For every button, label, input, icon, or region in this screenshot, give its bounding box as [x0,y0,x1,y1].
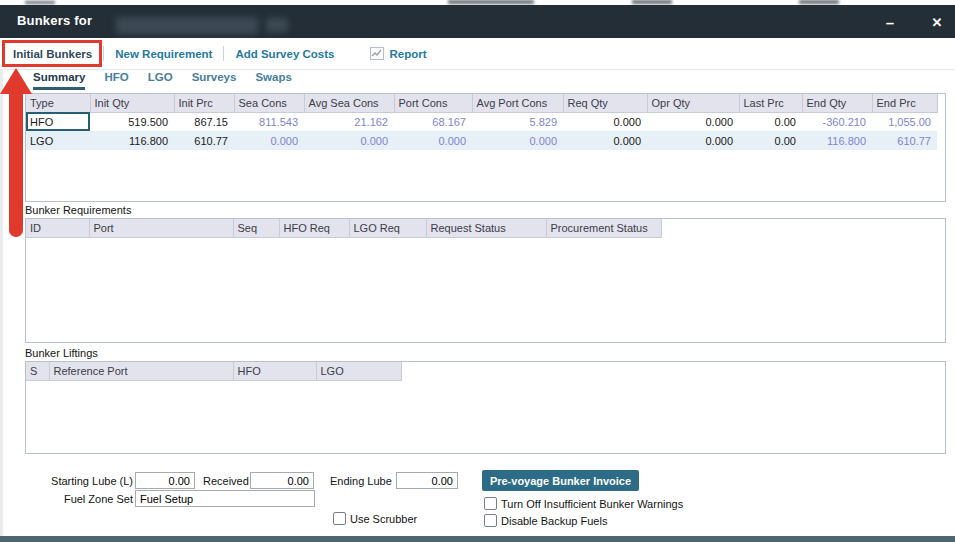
fuel-zone-set-input[interactable] [135,490,315,507]
disable-backup-fuels-checkbox[interactable] [484,514,497,527]
line-chart-icon [370,47,384,60]
blurred-background-text [25,1,55,4]
bunkers-dialog: Bunkers for – ✕ Initial Bunkers New Requ… [0,0,955,542]
cell-port-cons[interactable]: 0.000 [394,131,472,150]
dialog-title: Bunkers for [17,13,92,28]
col-header-procurement-status: Procurement Status [546,219,661,237]
pre-voyage-bunker-invoice-button[interactable]: Pre-voyage Bunker Invoice [482,470,639,491]
add-survey-costs-button[interactable]: Add Survey Costs [235,48,334,60]
annotation-arrow-icon [0,68,32,94]
cell-end-qty[interactable]: -360.210 [802,112,872,131]
cell-init-qty[interactable]: 519.500 [90,112,174,131]
summary-grid-panel: Type Init Qty Init Prc Sea Cons Avg Sea … [25,93,946,202]
blurred-background-text [632,0,672,4]
col-header-hfo-req: HFO Req [279,219,349,237]
col-header-sea-cons: Sea Cons [234,94,304,112]
col-header-avg-port-cons: Avg Port Cons [472,94,563,112]
cell-avg-port-cons[interactable]: 5.829 [472,112,563,131]
cell-avg-sea-cons[interactable]: 21.162 [304,112,394,131]
cell-avg-sea-cons[interactable]: 0.000 [304,131,394,150]
toolbar-separator [103,46,104,61]
cell-opr-qty[interactable]: 0.000 [647,112,739,131]
report-button[interactable]: Report [370,47,426,60]
bunker-liftings-panel: S Reference Port HFO LGO [25,361,946,454]
cell-type-selected[interactable]: HFO [26,112,90,131]
disable-backup-fuels-label: Disable Backup Fuels [501,515,607,527]
cell-avg-port-cons[interactable]: 0.000 [472,131,563,150]
col-header-port: Port [89,219,233,237]
redacted-vessel-name [116,17,258,34]
annotation-arrow-shaft [9,92,23,237]
bunker-requirements-grid: ID Port Seq HFO Req LGO Req Request Stat… [26,219,662,238]
dialog-bottom-edge [0,536,955,542]
turn-off-warnings-checkbox[interactable] [484,497,497,510]
close-icon[interactable]: ✕ [925,12,949,34]
col-header-last-prc: Last Prc [739,94,802,112]
col-header-id: ID [26,219,89,237]
tab-lgo[interactable]: LGO [148,71,173,90]
cell-opr-qty[interactable]: 0.000 [647,131,739,150]
underlying-window-left-edge [0,38,3,536]
cell-type[interactable]: LGO [26,131,90,150]
cell-init-qty[interactable]: 116.800 [90,131,174,150]
starting-lube-label: Starting Lube (L) [30,475,133,487]
use-scrubber-label: Use Scrubber [350,513,417,525]
tab-summary[interactable]: Summary [33,71,85,90]
col-header-opr-qty: Opr Qty [647,94,739,112]
ending-lube-label: Ending Lube [330,475,392,487]
cell-last-prc[interactable]: 0.00 [739,112,802,131]
summary-row-lgo: LGO 116.800 610.77 0.000 0.000 0.000 0.0… [26,131,937,150]
tab-hfo[interactable]: HFO [104,71,128,90]
received-input[interactable] [250,472,314,489]
col-header-end-prc: End Prc [872,94,937,112]
col-header-request-status: Request Status [426,219,546,237]
col-header-init-qty: Init Qty [90,94,174,112]
blurred-background-text [448,0,534,4]
starting-lube-input[interactable] [135,472,195,489]
new-requirement-button[interactable]: New Requirement [115,48,212,60]
turn-off-warnings-label: Turn Off Insufficient Bunker Warnings [501,498,683,510]
cell-init-prc[interactable]: 867.15 [174,112,234,131]
col-header-lgo: LGO [316,362,401,380]
tab-swaps[interactable]: Swaps [255,71,291,90]
ending-lube-input[interactable] [396,472,458,489]
cell-end-prc[interactable]: 610.77 [872,131,937,150]
cell-req-qty[interactable]: 0.000 [563,112,647,131]
cell-req-qty[interactable]: 0.000 [563,131,647,150]
col-header-s: S [26,362,49,380]
summary-grid: Type Init Qty Init Prc Sea Cons Avg Sea … [26,94,938,150]
col-header-req-qty: Req Qty [563,94,647,112]
bunker-requirements-panel: ID Port Seq HFO Req LGO Req Request Stat… [25,218,946,343]
bunker-liftings-label: Bunker Liftings [25,347,98,359]
bunker-liftings-grid: S Reference Port HFO LGO [26,362,402,381]
cell-last-prc[interactable]: 0.00 [739,131,802,150]
col-header-end-qty: End Qty [802,94,872,112]
col-header-port-cons: Port Cons [394,94,472,112]
fuel-zone-set-label: Fuel Zone Set [30,493,133,505]
report-button-label: Report [389,48,426,60]
bunker-requirements-label: Bunker Requirements [25,204,131,216]
cell-port-cons[interactable]: 68.167 [394,112,472,131]
col-header-hfo: HFO [233,362,316,380]
col-header-lgo-req: LGO Req [349,219,426,237]
toolbar-separator [223,46,224,61]
received-label: Received [203,475,249,487]
minimize-icon[interactable]: – [878,12,902,34]
tab-surveys[interactable]: Surveys [192,71,237,90]
cell-end-prc[interactable]: 1,055.00 [872,112,937,131]
cell-end-qty[interactable]: 116.800 [802,131,872,150]
col-header-reference-port: Reference Port [49,362,233,380]
use-scrubber-checkbox[interactable] [333,512,346,525]
dialog-toolbar: Initial Bunkers New Requirement Add Surv… [0,38,955,70]
cell-init-prc[interactable]: 610.77 [174,131,234,150]
tab-bar: Summary HFO LGO Surveys Swaps [33,71,292,90]
requirements-header-row: ID Port Seq HFO Req LGO Req Request Stat… [26,219,661,237]
col-header-init-prc: Init Prc [174,94,234,112]
summary-header-row: Type Init Qty Init Prc Sea Cons Avg Sea … [26,94,937,112]
cell-sea-cons[interactable]: 811.543 [234,112,304,131]
col-header-type: Type [26,94,90,112]
dialog-titlebar: Bunkers for – ✕ [0,5,955,38]
summary-row-hfo: HFO 519.500 867.15 811.543 21.162 68.167… [26,112,937,131]
blurred-background-text [799,0,839,4]
cell-sea-cons[interactable]: 0.000 [234,131,304,150]
